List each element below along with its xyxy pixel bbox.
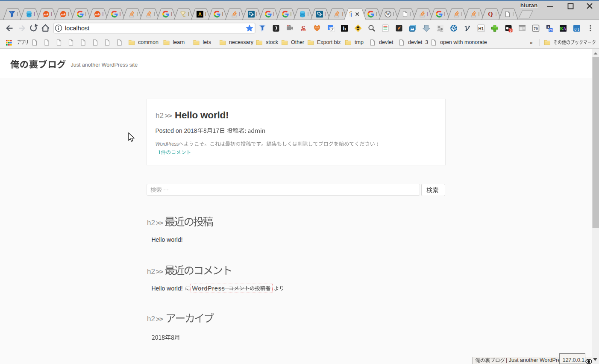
svg-text:ask: ask xyxy=(95,13,100,16)
svg-text:Λ: Λ xyxy=(198,12,202,18)
svg-text:Q: Q xyxy=(488,11,493,18)
svg-text:79: 79 xyxy=(549,28,552,32)
svg-text:SEO: SEO xyxy=(302,29,306,31)
svg-text:h: h xyxy=(343,25,346,32)
svg-text:S: S xyxy=(182,13,184,16)
svg-text:W: W xyxy=(386,12,390,16)
svg-text:H1: H1 xyxy=(479,26,484,31)
svg-text:A: A xyxy=(563,26,567,31)
svg-text:S: S xyxy=(301,24,305,32)
svg-text:ask: ask xyxy=(44,13,49,16)
svg-text:79: 79 xyxy=(534,26,538,31)
svg-text:ask: ask xyxy=(61,13,66,16)
svg-text:»: » xyxy=(530,40,533,46)
svg-text:hiutan: hiutan xyxy=(520,2,538,9)
svg-text:5: 5 xyxy=(510,29,511,32)
svg-text:{;}: {;} xyxy=(574,27,580,31)
